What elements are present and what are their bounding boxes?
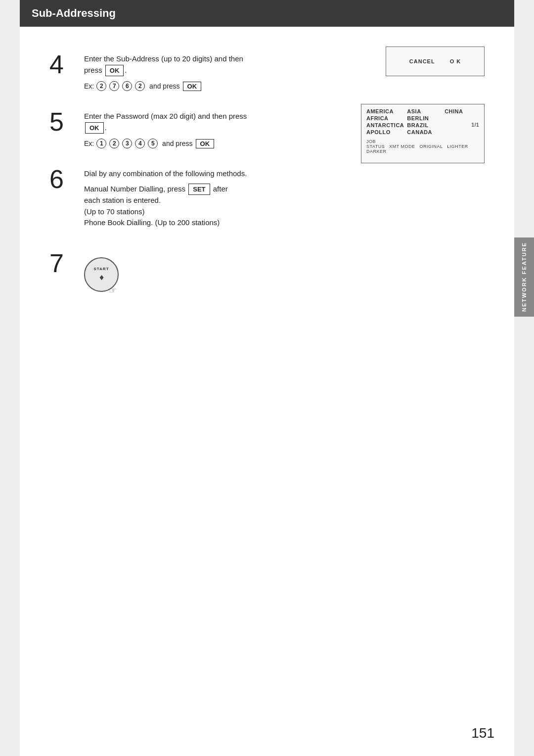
set-key: SET bbox=[188, 184, 210, 195]
step-6-detail-1: Manual Number Dialling, press SET after … bbox=[84, 184, 485, 229]
cancel-label: CANCEL bbox=[409, 58, 435, 64]
step-4-example: Ex: 2 7 6 2 and press OK bbox=[84, 81, 485, 91]
step-7: 7 START ⬧ ☞ bbox=[49, 250, 485, 292]
start-button[interactable]: START ⬧ ☞ bbox=[84, 257, 119, 292]
step-7-body: START ⬧ ☞ bbox=[84, 250, 485, 292]
phonebook-status: JOBSTATUS XMT MODE ORIGINAL LIGHTER DARK… bbox=[366, 139, 479, 154]
network-feature-tab: NETWORK FEATURE bbox=[514, 237, 534, 317]
ok-key-step5-ex: OK bbox=[196, 139, 215, 148]
step-6: 6 Dial by any combination of the followi… bbox=[49, 166, 485, 233]
tab-label: NETWORK FEATURE bbox=[521, 242, 527, 312]
content-area: 4 Enter the Sub-Address (up to 20 digits… bbox=[20, 42, 514, 330]
section-title: Sub-Addressing bbox=[32, 7, 116, 19]
ok-key-step5: OK bbox=[85, 122, 104, 134]
step-number-4: 4 bbox=[49, 51, 84, 91]
step-number-6: 6 bbox=[49, 166, 84, 233]
start-diamond-icon: ⬧ bbox=[98, 271, 105, 282]
page: NETWORK FEATURE Sub-Addressing 4 Enter t… bbox=[20, 0, 514, 756]
page-number: 151 bbox=[471, 725, 494, 741]
start-finger-icon: ☞ bbox=[109, 285, 117, 296]
ok-key-step4: OK bbox=[105, 65, 124, 77]
ok-key-step4-ex: OK bbox=[183, 82, 202, 91]
step-5-ui-screen: AMERICAASIACHINA AFRICABERLIN ANTARCTICA… bbox=[361, 104, 485, 163]
step-4-ui-screen: CANCEL O K bbox=[386, 47, 485, 76]
ok-label: O K bbox=[450, 58, 461, 64]
step-4: 4 Enter the Sub-Address (up to 20 digits… bbox=[49, 51, 485, 91]
step-6-instruction: Dial by any combination of the following… bbox=[84, 168, 485, 180]
step-6-body: Dial by any combination of the following… bbox=[84, 166, 485, 233]
section-header: Sub-Addressing bbox=[20, 0, 514, 27]
start-button-wrap: START ⬧ ☞ bbox=[84, 257, 485, 292]
step-5: 5 Enter the Password (max 20 digit) and … bbox=[49, 109, 485, 148]
step-number-7: 7 bbox=[49, 250, 84, 292]
step-number-5: 5 bbox=[49, 109, 84, 148]
phonebook-grid: AMERICAASIACHINA AFRICABERLIN ANTARCTICA… bbox=[366, 108, 479, 135]
